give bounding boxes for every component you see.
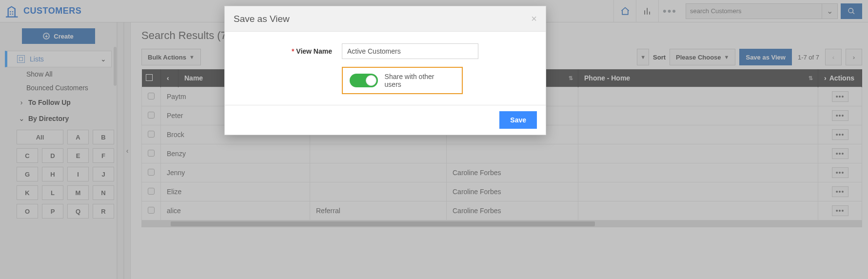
dialog-footer: Save [225,105,546,135]
share-toggle[interactable] [350,74,378,87]
close-icon: × [531,13,537,24]
view-name-field: *View Name [235,43,536,59]
dialog-save-button[interactable]: Save [499,111,537,129]
dialog-close-button[interactable]: × [531,13,537,24]
share-toggle-label: Share with other users [385,73,450,88]
toggle-knob [366,75,376,86]
share-with-others-row: Share with other users [342,67,463,94]
view-name-input[interactable] [342,43,478,59]
dialog-header: Save as View × [225,6,546,32]
view-name-label: *View Name [235,47,332,55]
dialog-title: Save as View [234,14,290,24]
dialog-body: *View Name Share with other users [225,32,546,105]
save-as-view-dialog: Save as View × *View Name Share with oth… [224,6,546,135]
